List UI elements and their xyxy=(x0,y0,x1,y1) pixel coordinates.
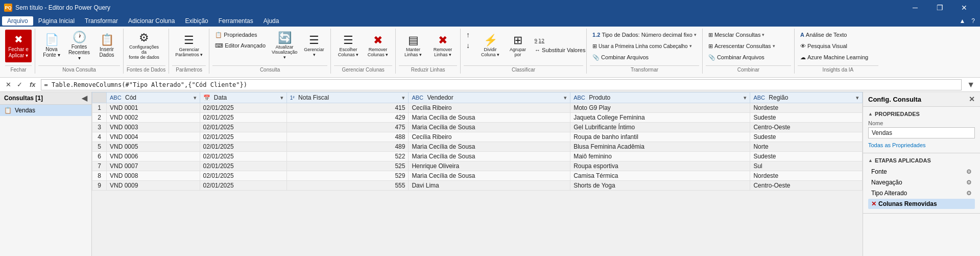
group-label-parametros: Parâmetros xyxy=(172,65,206,73)
sort-desc-button[interactable]: ↓ xyxy=(464,40,476,51)
cell-regiao: Centro-Oeste xyxy=(750,181,863,191)
editor-avancado-button[interactable]: ⌨ Editor Avançado xyxy=(212,40,268,51)
step-navegacao-gear[interactable]: ⚙ xyxy=(966,179,972,186)
analise-texto-button[interactable]: A Análise de Texto xyxy=(798,30,871,40)
sort-asc-button[interactable]: ↑ xyxy=(464,30,476,40)
formula-confirm-button[interactable]: ✓ xyxy=(14,80,25,90)
menu-transformar[interactable]: Transformar xyxy=(80,16,123,26)
config-name-label: Nome xyxy=(868,120,975,126)
menu-pagina-inicial[interactable]: Página Inicial xyxy=(33,16,80,26)
atualizar-viz-button[interactable]: 🔄 AtualizarVisualização ▾ xyxy=(269,30,300,62)
combinar-arquivos-button[interactable]: 📎 Combinar Arquivos xyxy=(590,52,699,62)
acrescentar-consultas-button[interactable]: ⊞ Acrescentar Consultas ▾ xyxy=(706,41,778,51)
collapse-ribbon-button[interactable]: ▲ xyxy=(956,16,968,26)
manter-linhas-button[interactable]: ▤ ManterLinhas ▾ xyxy=(399,30,427,62)
config-close-button[interactable]: ✕ xyxy=(969,95,975,103)
cell-data: 02/01/2025 xyxy=(200,103,286,113)
main-area: Consultas [1] ◀ 📋 Vendas ABC Cód xyxy=(0,92,980,256)
step-tipo-alterado-gear[interactable]: ⚙ xyxy=(966,190,972,197)
gerenciar-button[interactable]: ☰ Gerenciar ▾ xyxy=(301,30,327,62)
gerenciar-params-button[interactable]: ☰ GerenciarParâmetros ▾ xyxy=(172,30,206,62)
menu-ajuda[interactable]: Ajuda xyxy=(258,16,284,26)
step-colunas-removidas[interactable]: ✕ Colunas Removidas xyxy=(868,199,975,209)
fontes-recentes-button[interactable]: 🕐 FontesRecentes ▾ xyxy=(66,30,92,62)
formula-expand-button[interactable]: ▼ xyxy=(965,80,977,89)
query-item-vendas[interactable]: 📋 Vendas xyxy=(0,105,91,116)
steps-list: Fonte ⚙ Navegação ⚙ Tipo Alterado ⚙ xyxy=(868,167,975,209)
remover-linhas-button[interactable]: ✖ RemoverLinhas ▾ xyxy=(428,30,457,62)
table-row: 8 VND 0008 02/01/2025 529 Maria Cecília … xyxy=(92,171,863,181)
cell-cod: VND 0006 xyxy=(107,152,200,161)
menu-adicionar-coluna[interactable]: Adicionar Coluna xyxy=(123,16,180,26)
mesclar-consultas-button[interactable]: ⊞ Mesclar Consultas ▾ xyxy=(706,30,778,40)
nova-fonte-button[interactable]: 📄 NovaFonte ▾ xyxy=(38,30,65,62)
menu-ferramentas[interactable]: Ferramentas xyxy=(213,16,258,26)
acrescentar-label: Acrescentar Consultas xyxy=(714,43,771,49)
escolher-colunas-button[interactable]: ☰ EscolherColunas ▾ xyxy=(334,30,363,62)
menu-exibicao[interactable]: Exibição xyxy=(180,16,213,26)
cell-cod: VND 0001 xyxy=(107,103,200,113)
ribbon-group-fechar: ✖ Fechar eAplicar ▾ Fechar xyxy=(2,29,35,74)
col-header-cod: ABC Cód ▾ xyxy=(107,92,200,103)
tipo-dados-button[interactable]: 1.2 Tipo de Dados: Número decimal fixo ▾ xyxy=(590,30,699,40)
table-row: 1 VND 0001 02/01/2025 415 Cecília Ribeir… xyxy=(92,103,863,113)
formula-input[interactable] xyxy=(41,79,962,90)
fontes-recentes-label: FontesRecentes ▾ xyxy=(67,44,91,61)
agrupar-por-button[interactable]: ⊞ Agruparpor xyxy=(505,30,531,62)
ribbon: ✖ Fechar eAplicar ▾ Fechar 📄 NovaFonte ▾… xyxy=(0,27,980,78)
cell-vendedor: Maria Cecília de Sousa xyxy=(409,171,570,181)
cell-produto: Gel Lubrificante Íntimo xyxy=(570,123,750,132)
cell-num: 3 xyxy=(92,123,107,132)
azure-ml-button[interactable]: ☁ Azure Machine Learning xyxy=(798,52,871,62)
analise-icon: A xyxy=(800,32,804,38)
step-fonte[interactable]: Fonte ⚙ xyxy=(868,167,975,177)
grid-scroll[interactable]: ABC Cód ▾ 📅 Data ▾ 1² N xyxy=(92,92,863,256)
config-name-input[interactable] xyxy=(868,127,975,138)
table-row: 2 VND 0002 02/01/2025 429 Maria Cecília … xyxy=(92,113,863,123)
primeira-linha-button[interactable]: ⊞ Usar a Primeira Linha como Cabeçalho ▾ xyxy=(590,41,699,51)
cell-regiao: Sudeste xyxy=(750,132,863,142)
formula-cancel-button[interactable]: ✕ xyxy=(3,80,13,90)
close-button[interactable]: ✕ xyxy=(952,0,976,15)
combinar-icon: 📎 xyxy=(592,54,600,61)
cell-nota: 529 xyxy=(286,171,409,181)
combinar-arquivos2-button[interactable]: 📎 Combinar Arquivos xyxy=(706,52,778,62)
cell-regiao: Sul xyxy=(750,161,863,171)
remover-linhas-icon: ✖ xyxy=(438,35,447,46)
step-tipo-alterado[interactable]: Tipo Alterado ⚙ xyxy=(868,188,975,198)
queries-header: Consultas [1] ◀ xyxy=(0,92,91,105)
title-bar-left: PQ Sem título - Editor do Power Query xyxy=(4,4,110,12)
fechar-aplicar-button[interactable]: ✖ Fechar eAplicar ▾ xyxy=(5,30,32,62)
ribbon-group-parametros: ☰ GerenciarParâmetros ▾ Parâmetros xyxy=(169,29,209,74)
cell-vendedor: Maria Cecília de Sousa xyxy=(409,123,570,132)
restore-button[interactable]: ❐ xyxy=(928,0,951,15)
group-label-combinar: Combinar xyxy=(706,65,791,73)
menu-arquivo[interactable]: Arquivo xyxy=(2,16,33,26)
gerenciar-params-label: GerenciarParâmetros ▾ xyxy=(175,47,203,57)
step-fonte-gear[interactable]: ⚙ xyxy=(966,168,972,175)
ribbon-group-gerenciar-colunas: ☰ EscolherColunas ▾ ✖ RemoverColunas ▾ G… xyxy=(331,29,396,74)
substituir-valores-button[interactable]: ↔ Substituir Valores xyxy=(532,45,583,55)
dividir-coluna-button[interactable]: ⚡ DividirColuna ▾ xyxy=(477,30,504,62)
group-label-gerenciar-colunas: Gerenciar Colunas xyxy=(334,65,392,73)
propriedades-label: Propriedades xyxy=(224,32,257,38)
inserir-dados-button[interactable]: 📋 InserirDados xyxy=(93,30,120,62)
minimize-button[interactable]: ─ xyxy=(903,0,927,15)
dividir-coluna-icon: ⚡ xyxy=(484,35,497,46)
config-panel-title: Config. Consulta xyxy=(868,96,921,103)
step-navegacao[interactable]: Navegação ⚙ xyxy=(868,177,975,188)
table-row: 6 VND 0006 02/01/2025 522 Maria Cecília … xyxy=(92,152,863,161)
queries-collapse-button[interactable]: ◀ xyxy=(82,94,87,102)
help-icon[interactable]: ? xyxy=(968,16,978,26)
config-fonte-button[interactable]: ⚙ Configurações dafonte de dados xyxy=(127,30,161,62)
propriedades-button[interactable]: 📋 Propriedades xyxy=(212,30,268,40)
cell-nota: 522 xyxy=(286,152,409,161)
cell-data: 02/01/2025 xyxy=(200,113,286,123)
cell-vendedor: Maria Cecília de Sousa xyxy=(409,113,570,123)
all-properties-link[interactable]: Todas as Propriedades xyxy=(868,142,926,148)
propriedades-icon: 📋 xyxy=(215,32,222,38)
pesquisa-visual-button[interactable]: 👁 Pesquisa Visual xyxy=(798,41,871,51)
window-title: Sem título - Editor do Power Query xyxy=(15,4,110,11)
cell-data: 02/01/2025 xyxy=(200,181,286,191)
remover-colunas-button[interactable]: ✖ RemoverColunas ▾ xyxy=(364,30,392,62)
